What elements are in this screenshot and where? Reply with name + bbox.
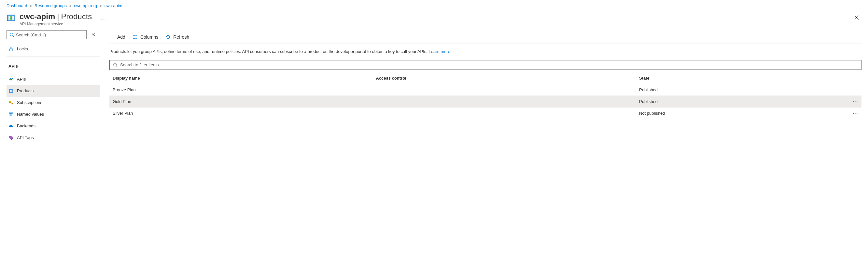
svg-rect-11 [9,113,13,114]
product-icon [8,88,14,94]
cell-access-control [373,84,636,96]
key-icon [8,100,14,105]
cloud-icon [8,123,14,129]
api-icon [8,77,14,82]
col-state[interactable]: State [636,72,848,84]
row-more-button[interactable]: ··· [848,107,862,119]
sidebar-item-label: Locks [17,46,28,51]
cell-display-name: Silver Plan [110,107,373,119]
chevron-right-icon: > [30,4,32,8]
page-title: cwc-apim [20,12,55,21]
table-row[interactable]: Bronze Plan Published ··· [110,84,862,96]
cell-state: Not published [636,107,848,119]
sidebar-collapse-button[interactable] [90,31,97,39]
table-row[interactable]: Silver Plan Not published ··· [110,107,862,119]
search-icon [113,63,118,67]
page-subtitle: API Management service [20,22,92,26]
apim-service-icon [6,13,16,23]
description: Products let you group APIs, define term… [110,44,862,60]
toolbar-label: Add [117,34,125,40]
sidebar: Locks APIs APIs Products [6,30,100,144]
toolbar-label: Columns [140,34,158,40]
sidebar-search[interactable] [6,30,87,39]
sidebar-item-label: Products [17,88,34,93]
filter-input[interactable] [120,62,858,67]
col-display-name[interactable]: Display name [110,72,373,84]
learn-more-link[interactable]: Learn more [429,49,450,54]
filter-search[interactable] [110,60,862,70]
svg-point-12 [10,137,10,138]
grid-icon [8,112,14,117]
toolbar: Add Columns Refresh [110,30,862,44]
page-header: cwc-apim | Products API Management servi… [0,10,868,30]
sidebar-item-subscriptions[interactable]: Subscriptions [6,97,100,109]
sidebar-item-label: Named values [17,112,44,117]
page-section: Products [61,12,92,21]
sidebar-divider [6,72,100,72]
col-access-control[interactable]: Access control [373,72,636,84]
cell-state: Published [636,84,848,96]
products-table: Display name Access control State Bronze… [110,72,862,119]
sidebar-group-apis: APIs [6,58,100,71]
title-divider: | [57,12,59,21]
breadcrumb-item[interactable]: Dashboard [6,3,27,8]
sidebar-item-label: APIs [17,77,26,81]
columns-icon [132,34,138,40]
columns-button[interactable]: Columns [132,34,158,40]
sidebar-item-apis[interactable]: APIs [6,73,100,85]
sidebar-item-named-values[interactable]: Named values [6,109,100,120]
add-button[interactable]: Add [110,34,125,40]
table-row[interactable]: Gold Plan Published ··· [110,96,862,107]
close-icon [854,15,859,20]
cell-access-control [373,96,636,107]
col-actions [848,72,862,84]
chevron-right-icon: > [69,4,71,8]
toolbar-label: Refresh [173,34,189,40]
breadcrumb-item[interactable]: Resource groups [34,3,67,8]
svg-rect-4 [9,49,13,51]
sidebar-item-products[interactable]: Products [6,85,100,97]
breadcrumb-item[interactable]: cwc-apim-rg [74,3,97,8]
plus-icon [110,34,115,40]
lock-icon [8,46,14,52]
breadcrumb-item[interactable]: cwc-apim [104,3,122,8]
sidebar-item-label: Subscriptions [17,100,42,105]
sidebar-item-api-tags[interactable]: API Tags [6,132,100,144]
sidebar-search-input[interactable] [16,33,84,37]
tag-icon [8,135,14,140]
svg-point-13 [114,63,117,66]
row-more-button[interactable]: ··· [848,96,862,107]
svg-point-5 [12,78,13,80]
sidebar-divider [6,56,100,57]
sidebar-item-locks[interactable]: Locks [6,43,100,55]
svg-point-3 [10,33,13,36]
search-icon [9,33,14,37]
sidebar-item-backends[interactable]: Backends [6,120,100,132]
description-text: Products let you group APIs, define term… [110,49,429,54]
cell-display-name: Bronze Plan [110,84,373,96]
sidebar-item-label: API Tags [17,135,34,140]
svg-rect-8 [11,90,11,92]
row-more-button[interactable]: ··· [848,84,862,96]
chevron-right-icon: > [100,4,101,8]
refresh-icon [165,34,170,40]
close-button[interactable] [853,14,860,21]
refresh-button[interactable]: Refresh [165,34,189,40]
main-panel: Add Columns Refresh Products let you gro… [100,30,868,144]
more-actions-button[interactable]: ··· [101,16,107,22]
cell-access-control [373,107,636,119]
chevron-left-double-icon [91,32,96,37]
sidebar-item-label: Backends [17,123,35,128]
cell-display-name: Gold Plan [110,96,373,107]
cell-state: Published [636,96,848,107]
breadcrumb: Dashboard > Resource groups > cwc-apim-r… [0,0,868,10]
